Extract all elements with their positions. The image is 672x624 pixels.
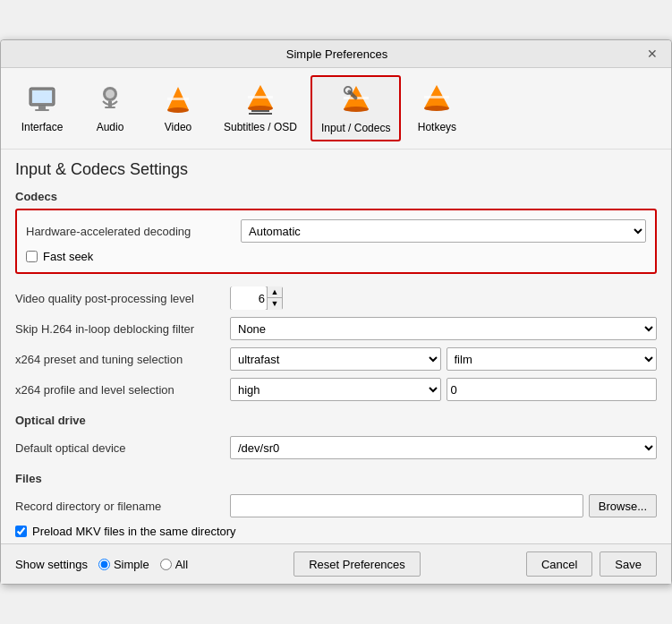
vq-label: Video quality post-processing level [15, 292, 230, 305]
content-area: Input & Codecs Settings Codecs Hardware-… [1, 150, 671, 543]
x264-level-input[interactable] [447, 378, 658, 401]
reset-preferences-button[interactable]: Reset Preferences [293, 551, 421, 577]
record-dir-label: Record directory or filename [15, 500, 230, 513]
main-window: Simple Preferences ✕ Interface [0, 39, 672, 585]
tab-video[interactable]: Video [146, 75, 210, 141]
svg-rect-14 [251, 110, 269, 112]
svg-rect-15 [249, 113, 272, 115]
window-title: Simple Preferences [30, 47, 644, 61]
svg-point-18 [344, 107, 369, 112]
fast-seek-checkbox[interactable] [26, 251, 38, 262]
tab-interface[interactable]: Interface [10, 75, 74, 141]
codecs-section-label: Codecs [15, 190, 657, 203]
vq-row: Video quality post-processing level 6 ▲ … [15, 283, 657, 313]
hw-accel-control: Automatic None Direct3D11 Direct3D9 [241, 219, 646, 243]
optical-device-row: Default optical device /dev/sr0 /dev/sr1 [15, 432, 657, 463]
fast-seek-row: Fast seek [26, 246, 646, 267]
hw-accel-label: Hardware-accelerated decoding [26, 225, 241, 238]
simple-radio-label[interactable]: Simple [98, 558, 149, 571]
cancel-button[interactable]: Cancel [526, 551, 592, 577]
show-settings-label: Show settings [15, 558, 88, 571]
svg-rect-9 [167, 98, 189, 100]
svg-point-10 [167, 107, 189, 113]
subtitles-icon [242, 81, 278, 117]
hotkeys-icon [419, 81, 455, 117]
tab-input[interactable]: Input / Codecs [310, 75, 401, 141]
tab-audio-label: Audio [97, 121, 124, 133]
record-dir-control: Browse... [230, 494, 657, 517]
tab-hotkeys[interactable]: Hotkeys [404, 75, 469, 141]
svg-rect-2 [38, 106, 46, 109]
vq-spinbox: 6 ▲ ▼ [230, 286, 283, 310]
svg-point-23 [424, 106, 449, 111]
record-dir-input[interactable] [230, 494, 583, 517]
codecs-group: Hardware-accelerated decoding Automatic … [15, 209, 657, 274]
vq-input[interactable]: 6 [231, 286, 267, 310]
input-icon [338, 82, 374, 118]
x264-preset-control: ultrafast superfast veryfast faster fast… [230, 347, 657, 371]
hw-accel-select[interactable]: Automatic None Direct3D11 Direct3D9 [241, 219, 646, 243]
all-radio[interactable] [160, 559, 172, 570]
tab-subtitles-label: Subtitles / OSD [224, 121, 297, 133]
optical-device-select[interactable]: /dev/sr0 /dev/sr1 [230, 436, 657, 459]
optical-device-control: /dev/sr0 /dev/sr1 [230, 436, 657, 459]
all-radio-text: All [175, 558, 188, 571]
x264-tune-select[interactable]: film animation grain [447, 347, 658, 371]
svg-rect-3 [35, 109, 49, 111]
video-icon [160, 81, 196, 117]
browse-button[interactable]: Browse... [589, 494, 657, 517]
x264-profile-row: x264 profile and level selection high ba… [15, 374, 657, 405]
footer: Show settings Simple All Reset Preferenc… [1, 543, 671, 584]
preload-mkv-checkbox[interactable] [15, 526, 27, 537]
vq-control: 6 ▲ ▼ [230, 286, 657, 310]
x264-profile-select[interactable]: high baseline main high10 [230, 378, 441, 401]
all-radio-label[interactable]: All [160, 558, 188, 571]
close-button[interactable]: ✕ [644, 46, 660, 62]
skip-h264-control: None All Non-ref [230, 317, 657, 340]
tab-audio[interactable]: Audio [78, 75, 142, 141]
tab-subtitles[interactable]: Subtitles / OSD [214, 75, 307, 141]
x264-preset-row: x264 preset and tuning selection ultrafa… [15, 344, 657, 374]
preload-mkv-row: Preload MKV files in the same directory [15, 521, 657, 542]
svg-rect-1 [32, 90, 52, 103]
x264-preset-label: x264 preset and tuning selection [15, 353, 230, 366]
optical-device-label: Default optical device [15, 441, 230, 455]
skip-h264-select[interactable]: None All Non-ref [230, 317, 657, 340]
interface-icon [24, 81, 60, 117]
settings-content: Input & Codecs Settings Codecs Hardware-… [1, 150, 671, 543]
show-settings-radio-group: Simple All [98, 558, 188, 571]
svg-rect-6 [108, 101, 112, 107]
audio-icon [92, 81, 128, 117]
save-button[interactable]: Save [600, 551, 657, 577]
simple-radio-text: Simple [114, 558, 149, 571]
page-title: Input & Codecs Settings [15, 160, 657, 179]
files-section-label: Files [15, 472, 657, 485]
simple-radio[interactable] [98, 559, 110, 570]
x264-preset-select[interactable]: ultrafast superfast veryfast faster fast [230, 347, 441, 371]
hw-accel-row: Hardware-accelerated decoding Automatic … [26, 216, 646, 246]
vq-increment-button[interactable]: ▲ [268, 286, 282, 298]
optical-section-label: Optical drive [15, 414, 657, 427]
x264-profile-label: x264 profile and level selection [15, 383, 230, 397]
fast-seek-label[interactable]: Fast seek [43, 250, 93, 263]
skip-h264-label: Skip H.264 in-loop deblocking filter [15, 322, 230, 336]
skip-h264-row: Skip H.264 in-loop deblocking filter Non… [15, 313, 657, 344]
tab-interface-label: Interface [21, 121, 64, 133]
tab-input-label: Input / Codecs [321, 122, 390, 134]
svg-rect-22 [424, 96, 449, 98]
titlebar: Simple Preferences ✕ [1, 40, 671, 68]
tab-hotkeys-label: Hotkeys [418, 121, 456, 133]
tab-video-label: Video [165, 121, 191, 133]
vq-spinbox-buttons: ▲ ▼ [267, 286, 282, 310]
record-dir-row: Record directory or filename Browse... [15, 491, 657, 521]
preload-mkv-label[interactable]: Preload MKV files in the same directory [32, 525, 236, 538]
x264-profile-control: high baseline main high10 [230, 378, 657, 401]
vq-decrement-button[interactable]: ▼ [268, 298, 282, 310]
svg-rect-7 [105, 107, 115, 108]
svg-rect-12 [248, 96, 273, 98]
tabs-toolbar: Interface Audio [1, 68, 671, 150]
svg-point-5 [106, 90, 115, 98]
